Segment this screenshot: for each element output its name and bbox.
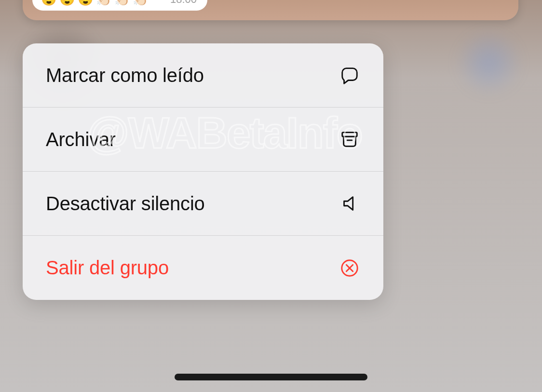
menu-item-unmute[interactable]: Desactivar silencio bbox=[23, 172, 383, 236]
menu-item-label: Salir del grupo bbox=[46, 257, 169, 279]
menu-item-label: Archivar bbox=[46, 129, 116, 150]
chat-preview-card[interactable]: 😍 😍 😍 👏🏻 👏🏻 👏🏻 18:00 bbox=[23, 0, 518, 20]
emoji-icon: 😍 bbox=[41, 0, 56, 7]
menu-item-archive[interactable]: Archivar bbox=[23, 108, 383, 172]
menu-item-label: Marcar como leído bbox=[46, 65, 204, 86]
background-blur-shape bbox=[455, 29, 523, 96]
archive-icon bbox=[339, 129, 360, 150]
message-time: 18:00 bbox=[170, 0, 197, 6]
message-bubble: 😍 😍 😍 👏🏻 👏🏻 👏🏻 18:00 bbox=[32, 0, 207, 11]
chat-bubble-icon bbox=[339, 65, 360, 86]
x-circle-icon bbox=[339, 257, 360, 279]
emoji-icon: 👏🏻 bbox=[133, 0, 148, 7]
menu-item-label: Desactivar silencio bbox=[46, 193, 205, 215]
emoji-icon: 👏🏻 bbox=[114, 0, 130, 7]
speaker-icon bbox=[339, 193, 360, 214]
menu-item-leave-group[interactable]: Salir del grupo bbox=[23, 236, 383, 300]
emoji-icon: 👏🏻 bbox=[96, 0, 111, 7]
svg-rect-0 bbox=[342, 133, 357, 137]
emoji-icon: 😍 bbox=[59, 0, 75, 7]
home-indicator[interactable] bbox=[175, 374, 367, 380]
context-menu: Marcar como leído Archivar Desactivar si… bbox=[23, 43, 383, 300]
menu-item-mark-read[interactable]: Marcar como leído bbox=[23, 43, 383, 108]
emoji-icon: 😍 bbox=[78, 0, 93, 7]
